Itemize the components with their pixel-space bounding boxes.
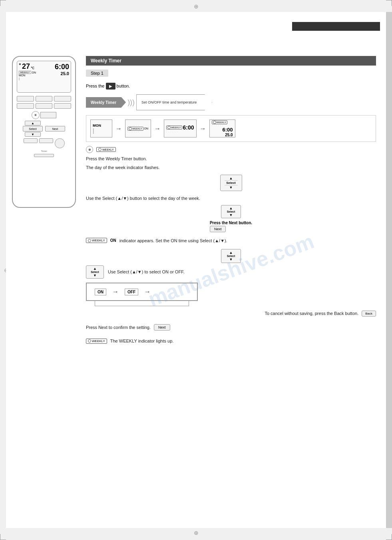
select-on-off-row: ▲ Select ▼ Use Select (▲/▼) to select ON… xyxy=(86,265,376,279)
next-btn-label-group: Press the Next button. Next xyxy=(210,221,252,232)
section-header: Weekly Timer xyxy=(86,56,376,66)
select-btn-illus-2: ▲ Select ▼ xyxy=(221,205,241,218)
flow-step1: Weekly Timer xyxy=(86,97,126,108)
inst-step1-desc: The day of the week indicator flashes. xyxy=(86,164,376,171)
flow-step2: Set ON/OFF time and temperature xyxy=(136,94,212,110)
corner-mark-tl xyxy=(0,0,6,6)
remote-btn-3[interactable] xyxy=(54,96,71,102)
remote-round-btn[interactable] xyxy=(55,138,65,148)
remote-temp-display: 27 xyxy=(22,63,30,70)
remote-btn-2[interactable] xyxy=(36,96,53,102)
down-arrow-1: ▼ xyxy=(229,185,233,189)
lcd-screen-0: MON | xyxy=(90,120,112,137)
inst-step5-desc: indicator appears. Set the ON time using… xyxy=(119,237,227,244)
weekly-badge-3: WEEKLY xyxy=(212,120,228,124)
remote-mode-icon: WEEKLY xyxy=(19,71,31,74)
remote-control: ❅ 27 ℃ WEEKLY ON MON | 6:00 25.0 xyxy=(12,56,76,208)
remote-cursor: | xyxy=(19,77,36,80)
weekly-indicator: WEEKLY xyxy=(96,147,116,152)
flow-separator: ))) xyxy=(127,98,135,107)
next-btn-illus[interactable]: Next xyxy=(210,226,226,232)
weekly-final-badge: WEEKLY xyxy=(86,339,107,344)
corner-mark-tr xyxy=(386,0,392,6)
weekly-on-row: WEEKLY ON indicator appears. Set the ON … xyxy=(86,235,376,246)
inst-step1-text: Press the Weekly Timer button. xyxy=(86,155,376,162)
seq-time-3: 6:00 xyxy=(223,127,233,133)
remote-time-display: 6:00 xyxy=(55,63,69,71)
weekly-final-row: WEEKLY The WEEKLY indicator lights up. xyxy=(86,336,376,347)
back-btn-row: To cancel without saving, press the Back… xyxy=(86,308,376,319)
remote-btn-extra1[interactable] xyxy=(24,138,38,143)
remote-day-display: MON xyxy=(19,74,36,77)
seq-temp-3: 25.0 xyxy=(212,133,233,137)
lcd-screen-1: · · · · · · WEEKLY ON · · · · · · xyxy=(125,120,151,137)
on-off-diagram: ON → OFF → xyxy=(86,283,198,301)
on-label-display: ON xyxy=(110,238,116,243)
remote-btn-1[interactable] xyxy=(17,96,34,102)
remote-small-indicator xyxy=(40,112,56,118)
weekly-badge-1: WEEKLY xyxy=(127,127,143,131)
weekly-badge-2: WEEKLY xyxy=(166,126,182,130)
inst-step9-desc: The WEEKLY indicator lights up. xyxy=(110,338,174,345)
next-confirm-row: Press Next to confirm the setting. Next xyxy=(86,322,376,333)
inst-step8-text: Press Next to confirm the setting. xyxy=(86,324,151,331)
corner-mark-br xyxy=(386,534,392,540)
remote-weekly-btn[interactable]: ⊕ xyxy=(32,111,40,119)
inst-on-off-text: Use Select (▲/▼) to select ON or OFF. xyxy=(108,269,185,275)
remote-btn-5[interactable] xyxy=(36,103,53,109)
remote-timer-label: Timer xyxy=(17,150,71,152)
remote-up-btn[interactable]: ▲ xyxy=(25,121,41,126)
remote-next-btn[interactable]: Next xyxy=(45,126,65,132)
select-btn-illus-4: ▲ Select ▼ xyxy=(86,265,104,279)
corner-mark-bl xyxy=(0,534,6,540)
seq-arrow-3: → xyxy=(200,125,206,132)
remote-connector xyxy=(17,154,71,157)
up-arrow-1: ▲ xyxy=(229,176,233,180)
remote-btn-6[interactable] xyxy=(54,103,71,109)
remote-select-btn[interactable]: Select xyxy=(23,126,43,132)
instruction-area: Weekly Timer Step 1 Press the ▶ button. … xyxy=(86,56,376,350)
header-dark-bar xyxy=(292,22,380,31)
select-next-group: ▲ Select ▼ Press the Next button. Next xyxy=(86,205,376,232)
inst-step7-desc: To cancel without saving, press the Back… xyxy=(265,310,358,317)
seq-arrow-2: → xyxy=(154,125,161,132)
arr-right-1: → xyxy=(112,288,119,295)
center-mark-top: ⊕ xyxy=(194,4,199,9)
play-btn-ref: Press the ▶ button. xyxy=(86,83,376,90)
remote-btn-4[interactable] xyxy=(17,103,34,109)
back-btn[interactable]: Back xyxy=(362,311,376,317)
select-label-2[interactable]: Select xyxy=(227,210,235,213)
select-btn-illus-1: ▲ Select ▼ xyxy=(86,175,376,191)
remote-on-text: ON xyxy=(32,71,36,74)
remote-display: ❅ 27 ℃ WEEKLY ON MON | 6:00 25.0 xyxy=(17,61,71,93)
select-btn-illus-3: ▲ Select ▼ xyxy=(86,249,376,263)
loop-line xyxy=(95,300,189,306)
lcd-screen-2: WEEKLY 6:00 · · · · · · xyxy=(164,120,197,137)
weekly-timer-icon[interactable]: ⊕ xyxy=(86,146,93,153)
remote-settemp-display: 25.0 xyxy=(55,71,69,76)
next-confirm-btn[interactable]: Next xyxy=(154,324,170,331)
off-box: OFF xyxy=(125,289,138,295)
seq-arrow-1: → xyxy=(115,125,122,132)
remote-down-btn[interactable]: ▼ xyxy=(25,132,41,137)
lcd-screen-3: WEEKLY · · · · · · 6:00 25.0 xyxy=(209,120,235,137)
flow-diagram: Weekly Timer ))) Set ON/OFF time and tem… xyxy=(86,94,376,110)
center-mark-bottom: ⊕ xyxy=(194,530,199,536)
remote-button-grid xyxy=(17,96,71,109)
remote-temp-unit: ℃ xyxy=(31,66,34,70)
inst-step2-text: Use the Select (▲/▼) button to select th… xyxy=(86,195,376,202)
arr-right-2: → xyxy=(144,288,151,295)
inst-weekly-btn: ⊕ WEEKLY xyxy=(86,146,376,153)
play-icon[interactable]: ▶ xyxy=(106,83,115,90)
remote-btn-extra2[interactable] xyxy=(39,138,53,143)
select-label-3[interactable]: Select xyxy=(227,255,235,257)
remote-icon-snowflake: ❅ xyxy=(19,63,21,70)
step-label: Step 1 xyxy=(86,70,108,77)
screen-sequence: MON | → · · · · · · WEEKLY ON · · · · · … xyxy=(86,115,376,142)
weekly-on-badge: WEEKLY xyxy=(86,238,107,243)
select-label-1[interactable]: Select xyxy=(225,180,238,185)
on-box: ON xyxy=(95,289,106,295)
select-label-4[interactable]: Select xyxy=(91,271,99,273)
next-label: Press the Next button. xyxy=(210,221,252,225)
